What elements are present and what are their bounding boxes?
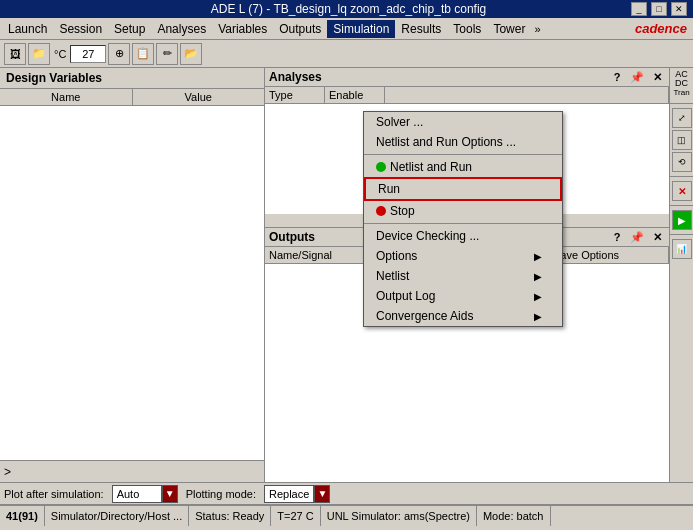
menu-setup[interactable]: Setup [108,20,151,38]
analyses-col-type: Type [265,87,325,103]
analyses-col-rest [385,87,669,103]
menu-session[interactable]: Session [53,20,108,38]
outputs-icons: ? 📌 ✕ [609,231,665,244]
outputs-col-saveoptions[interactable]: Save Options [549,247,669,263]
outputs-pin-icon[interactable]: 📌 [629,231,645,244]
side-run-btn[interactable]: ▶ [672,210,692,230]
close-button[interactable]: ✕ [671,2,687,16]
status-ready: Status: Ready [189,506,271,526]
toolbar-btn-6[interactable]: 📂 [180,43,202,65]
analyses-close-icon[interactable]: ✕ [649,71,665,84]
menu-tower[interactable]: Tower [487,20,531,38]
menu-variables[interactable]: Variables [212,20,273,38]
outputs-section: Outputs ? 📌 ✕ Name/Signal Save Options [265,228,669,482]
window-controls: _ □ ✕ [631,2,687,16]
side-btn-2[interactable]: ◫ [672,130,692,150]
plot-select-wrap: Auto ▼ [112,485,178,503]
outputs-title: Outputs [269,230,315,244]
prompt-arrow: > [4,465,11,479]
plotting-mode-label: Plotting mode: [186,488,256,500]
menu-results[interactable]: Results [395,20,447,38]
temp-label: °C [52,48,68,60]
right-panel: Analyses ? 📌 ✕ Type Enable Outputs ? � [265,68,669,482]
side-sep-2 [670,176,693,177]
cadence-logo: cadence [635,21,687,36]
plotting-mode-select[interactable]: Replace [264,485,314,503]
plotting-mode-wrap: Replace ▼ [264,485,330,503]
status-temp: T=27 C [271,506,320,526]
side-sep-3 [670,205,693,206]
ac-label: AC DC Tran [673,70,689,97]
bottom-bar: Plot after simulation: Auto ▼ Plotting m… [0,482,693,504]
analyses-header: Analyses ? 📌 ✕ [265,68,669,87]
outputs-table-header: Name/Signal Save Options [265,247,669,264]
more-menus-icon[interactable]: » [531,21,543,37]
menu-outputs[interactable]: Outputs [273,20,327,38]
col-value: Value [133,89,265,105]
side-btn-1[interactable]: ⤢ [672,108,692,128]
outputs-header: Outputs ? 📌 ✕ [265,228,669,247]
status-bar: 41(91) Simulator/Directory/Host ... Stat… [0,504,693,526]
toolbar-btn-2[interactable]: 📁 [28,43,50,65]
toolbar-btn-4[interactable]: 📋 [132,43,154,65]
outputs-help-icon[interactable]: ? [609,231,625,244]
analyses-title: Analyses [269,70,322,84]
outputs-col-name: Name/Signal [265,247,549,263]
menu-analyses[interactable]: Analyses [151,20,212,38]
plot-after-dropdown-arrow[interactable]: ▼ [162,485,178,503]
status-mode: Mode: batch [477,506,551,526]
design-variables-header: Name Value [0,89,264,106]
analyses-col-enable: Enable [325,87,385,103]
outputs-close-icon[interactable]: ✕ [649,231,665,244]
design-variables-title: Design Variables [0,68,264,89]
side-plot-btn[interactable]: 📊 [672,239,692,259]
plot-after-label: Plot after simulation: [4,488,104,500]
analyses-help-icon[interactable]: ? [609,71,625,84]
menu-bar: Launch Session Setup Analyses Variables … [0,18,693,40]
side-btn-3[interactable]: ⟲ [672,152,692,172]
status-dir-host: Simulator/Directory/Host ... [45,506,189,526]
design-variables-panel: Design Variables Name Value > [0,68,265,482]
menu-simulation[interactable]: Simulation [327,20,395,38]
window-title: ADE L (7) - TB_design_lq zoom_adc_chip_t… [66,2,631,16]
status-simulator: UNL Simulator: ams(Spectre) [321,506,477,526]
maximize-button[interactable]: □ [651,2,667,16]
toolbar-btn-5[interactable]: ✏ [156,43,178,65]
toolbar: 🖼 📁 °C 27 ⊕ 📋 ✏ 📂 [0,40,693,68]
temp-input[interactable]: 27 [70,45,106,63]
side-sep-1 [670,103,693,104]
plot-after-select[interactable]: Auto [112,485,162,503]
side-toolbar: AC DC Tran ⤢ ◫ ⟲ ✕ ▶ 📊 [669,68,693,482]
menu-launch[interactable]: Launch [2,20,53,38]
outputs-body[interactable] [265,264,669,482]
analyses-icons: ? 📌 ✕ [609,71,665,84]
analyses-table-header: Type Enable [265,87,669,104]
col-name: Name [0,89,133,105]
analyses-section: Analyses ? 📌 ✕ Type Enable [265,68,669,228]
toolbar-btn-3[interactable]: ⊕ [108,43,130,65]
title-bar: ADE L (7) - TB_design_lq zoom_adc_chip_t… [0,0,693,18]
side-stop-btn[interactable]: ✕ [672,181,692,201]
status-line-num: 41(91) [0,506,45,526]
analyses-pin-icon[interactable]: 📌 [629,71,645,84]
design-variables-body[interactable] [0,106,264,460]
main-content: Design Variables Name Value > Analyses ?… [0,68,693,482]
bottom-left-prompt: > [0,460,264,482]
menu-tools[interactable]: Tools [447,20,487,38]
minimize-button[interactable]: _ [631,2,647,16]
plotting-mode-dropdown-arrow[interactable]: ▼ [314,485,330,503]
toolbar-btn-1[interactable]: 🖼 [4,43,26,65]
side-sep-4 [670,234,693,235]
analyses-body[interactable] [265,104,669,214]
